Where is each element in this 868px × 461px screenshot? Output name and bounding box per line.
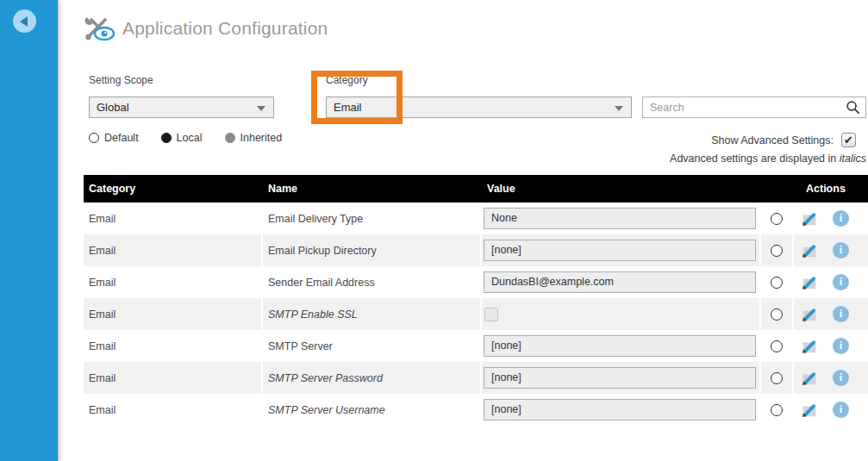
row-actions-cell: i — [794, 298, 868, 330]
row-radio-cell — [761, 330, 792, 362]
edit-icon[interactable] — [800, 241, 819, 260]
chevron-down-icon — [257, 106, 265, 111]
back-button[interactable] — [13, 9, 36, 33]
column-header-category: Category — [84, 175, 261, 202]
row-select-radio[interactable] — [771, 340, 783, 352]
advanced-settings-row: Show Advanced Settings: ✔ — [711, 133, 866, 147]
edit-icon[interactable] — [800, 337, 819, 356]
row-select-radio[interactable] — [771, 213, 783, 225]
row-value-input[interactable]: [none] — [484, 399, 756, 421]
row-actions-cell: i — [794, 362, 868, 394]
row-radio-cell — [761, 298, 792, 330]
radio-local-circle[interactable] — [161, 133, 172, 143]
row-actions-cell: i — [794, 202, 868, 234]
setting-scope-value: Global — [97, 101, 129, 114]
row-category: Email — [84, 330, 261, 362]
radio-default-circle[interactable] — [89, 133, 99, 143]
row-setting-name: SMTP Server — [263, 330, 480, 362]
category-label: Category — [326, 74, 368, 86]
table-row: Email SMTP Server [none] i — [84, 330, 868, 362]
application-configuration-icon — [84, 15, 116, 42]
edit-icon[interactable] — [800, 401, 819, 420]
table-row: Email Sender Email Address DundasBI@exam… — [84, 266, 868, 298]
row-radio-cell — [761, 234, 792, 266]
row-radio-cell — [761, 394, 792, 426]
row-value-input[interactable]: [none] — [484, 335, 756, 357]
column-header-name: Name — [263, 175, 480, 202]
row-category: Email — [84, 266, 261, 298]
scope-radio-group: Default Local Inherited — [89, 132, 304, 144]
info-icon[interactable]: i — [833, 306, 849, 322]
search-input[interactable] — [643, 102, 846, 114]
row-actions-cell: i — [794, 234, 868, 266]
row-setting-name: Sender Email Address — [263, 266, 480, 298]
settings-table: Category Name Value Actions Email Email … — [84, 175, 868, 426]
row-value-cell: [none] — [482, 394, 759, 426]
row-select-radio[interactable] — [771, 245, 783, 257]
table-body: Email Email Delivery Type None i Email E… — [84, 202, 868, 426]
info-icon[interactable]: i — [833, 210, 849, 227]
back-arrow-icon — [20, 16, 28, 27]
row-setting-name: SMTP Server Username — [263, 394, 480, 426]
category-value: Email — [334, 101, 362, 114]
edit-icon[interactable] — [800, 209, 819, 228]
search-icon[interactable] — [846, 100, 860, 115]
page-header: Application Configuration — [84, 15, 328, 42]
row-value-input[interactable]: [none] — [484, 240, 756, 261]
search-box — [642, 97, 866, 118]
row-setting-name: Email Delivery Type — [263, 202, 480, 234]
category-dropdown[interactable]: Email — [326, 97, 632, 118]
advanced-note-italic: italics — [840, 153, 866, 165]
row-value-checkbox[interactable] — [484, 308, 498, 321]
table-row: Email SMTP Server Password [none] i — [84, 362, 868, 394]
table-header-row: Category Name Value Actions — [84, 175, 868, 202]
advanced-settings-checkbox[interactable]: ✔ — [841, 133, 856, 147]
row-value-cell — [482, 298, 759, 330]
radio-local[interactable]: Local — [161, 132, 203, 144]
column-header-value: Value — [482, 175, 759, 202]
row-category: Email — [84, 298, 261, 330]
info-icon[interactable]: i — [833, 242, 849, 259]
radio-inherited-circle[interactable] — [225, 133, 235, 143]
row-actions-cell: i — [794, 394, 868, 426]
radio-default[interactable]: Default — [89, 132, 139, 144]
column-header-actions: Actions — [794, 175, 868, 202]
advanced-note-prefix: Advanced settings are displayed in — [670, 153, 840, 165]
edit-icon[interactable] — [800, 305, 819, 324]
table-row: Email Email Pickup Directory [none] i — [84, 234, 868, 266]
row-radio-cell — [761, 362, 792, 394]
table-row: Email SMTP Server Username [none] i — [84, 394, 868, 426]
info-icon[interactable]: i — [833, 338, 849, 354]
row-value-input[interactable]: DundasBI@example.com — [484, 271, 756, 293]
row-value-input[interactable]: [none] — [484, 367, 756, 389]
row-category: Email — [84, 234, 261, 266]
info-icon[interactable]: i — [833, 402, 849, 418]
table-row: Email Email Delivery Type None i — [84, 202, 868, 234]
row-setting-name: SMTP Enable SSL — [263, 298, 480, 330]
row-value-cell: [none] — [482, 234, 759, 266]
row-category: Email — [84, 202, 261, 234]
table-row: Email SMTP Enable SSL i — [84, 298, 868, 330]
page-title: Application Configuration — [122, 18, 328, 39]
row-select-radio[interactable] — [771, 308, 783, 321]
row-select-radio[interactable] — [771, 404, 783, 416]
row-actions-cell: i — [794, 266, 868, 298]
radio-inherited[interactable]: Inherited — [225, 132, 283, 144]
edit-icon[interactable] — [800, 369, 819, 388]
row-value-input[interactable]: None — [484, 208, 756, 229]
row-category: Email — [84, 394, 261, 426]
row-select-radio[interactable] — [771, 372, 783, 384]
edit-icon[interactable] — [800, 273, 819, 292]
setting-scope-dropdown[interactable]: Global — [89, 97, 274, 118]
info-icon[interactable]: i — [833, 370, 849, 386]
row-select-radio[interactable] — [771, 277, 783, 289]
info-icon[interactable]: i — [833, 274, 849, 290]
row-value-cell: [none] — [482, 362, 759, 394]
row-value-cell: DundasBI@example.com — [482, 266, 759, 298]
advanced-settings-label: Show Advanced Settings: — [711, 134, 834, 146]
advanced-settings-note: Advanced settings are displayed in itali… — [670, 153, 866, 165]
radio-local-label: Local — [177, 132, 203, 144]
row-category: Email — [84, 362, 261, 394]
row-value-cell: None — [482, 202, 759, 234]
row-radio-cell — [761, 202, 792, 234]
